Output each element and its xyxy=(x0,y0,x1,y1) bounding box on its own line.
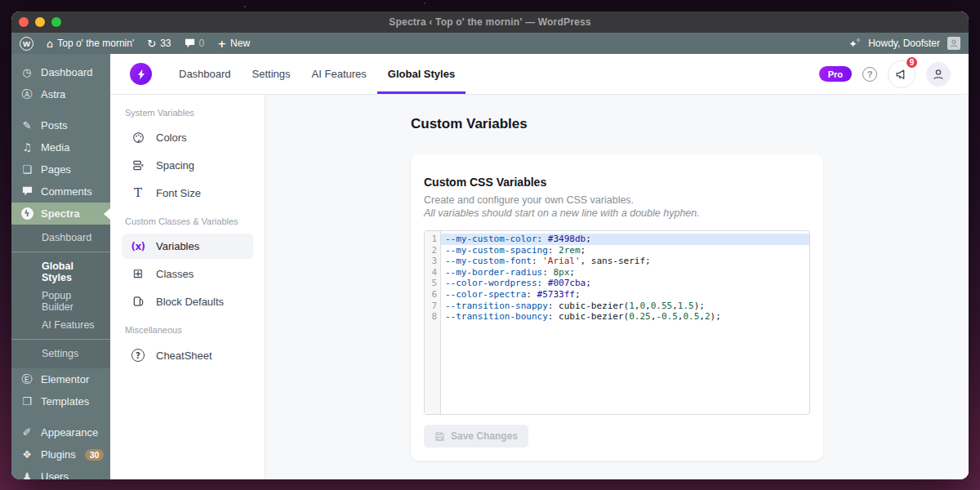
ai-sparkles-icon[interactable]: ✦✧ xyxy=(849,37,861,50)
submenu-item-settings[interactable]: Settings xyxy=(11,345,110,363)
comments-count: 0 xyxy=(199,38,205,49)
card-title: Custom CSS Variables xyxy=(424,176,810,189)
nav-item-block-defaults[interactable]: Block Defaults xyxy=(122,289,253,314)
wp-admin-bar: W ⌂ Top o' the mornin' ↻ 33 0 + New ✦✧ H… xyxy=(11,33,969,54)
code-line: --color-spectra: #5733ff; xyxy=(441,289,809,301)
code-line: --color-wordpress: #007cba; xyxy=(441,278,809,289)
spectra-submenu: DashboardGlobal StylesPopup BuilderAI Fe… xyxy=(11,225,110,368)
sidebar-item-label: Pages xyxy=(41,163,71,176)
tab-settings[interactable]: Settings xyxy=(242,54,301,94)
cheatsheet-icon: ? xyxy=(130,349,146,362)
nav-item-classes[interactable]: ⊞Classes xyxy=(122,261,253,287)
nav-item-label: CheatSheet xyxy=(156,350,212,362)
nav-item-label: Spacing xyxy=(156,159,194,172)
font-size-icon: T xyxy=(130,187,146,199)
minimize-window-button[interactable] xyxy=(35,17,45,27)
sidebar-item-appearance[interactable]: ✐Appearance xyxy=(11,421,110,443)
sidebar-item-media[interactable]: ♫Media xyxy=(11,136,110,158)
sidebar-item-label: Appearance xyxy=(41,426,98,439)
submenu-item-dashboard[interactable]: Dashboard xyxy=(11,229,110,247)
posts-icon: ✎ xyxy=(20,120,34,131)
sidebar-item-label: Plugins xyxy=(41,448,76,461)
line-number: 5 xyxy=(425,278,437,289)
code-line: --my-custom-font: 'Arial', sans-serif; xyxy=(441,256,809,267)
nav-item-spacing[interactable]: Spacing xyxy=(122,153,253,178)
line-number: 4 xyxy=(425,267,437,278)
nav-item-cheatsheet[interactable]: ?CheatSheet xyxy=(122,342,253,368)
editor-code-pane[interactable]: --my-custom-color: #3498db;--my-custom-s… xyxy=(441,231,809,414)
comments-menu[interactable]: 0 xyxy=(185,38,205,49)
plugins-icon: ❖ xyxy=(20,449,34,460)
sidebar-item-astra[interactable]: ⒶAstra xyxy=(11,83,110,105)
submenu-divider xyxy=(11,339,110,340)
avatar[interactable] xyxy=(947,37,960,50)
sidebar-item-label: Elementor xyxy=(41,373,89,385)
updates-icon: ↻ xyxy=(147,38,156,49)
submenu-item-popup-builder[interactable]: Popup Builder xyxy=(11,287,110,316)
help-icon[interactable]: ? xyxy=(862,67,877,82)
titlebar: Spectra ‹ Top o' the mornin' — WordPress xyxy=(11,11,969,33)
submenu-item-global-styles[interactable]: Global Styles xyxy=(11,257,110,287)
css-code-editor[interactable]: 12345678 --my-custom-color: #3498db;--my… xyxy=(424,230,810,415)
sidebar-item-spectra[interactable]: ϟSpectra xyxy=(11,203,110,225)
spectra-icon: ϟ xyxy=(20,207,34,220)
line-number: 2 xyxy=(425,245,437,256)
notifications-button[interactable]: 9 xyxy=(888,60,915,88)
plugins-count-badge: 30 xyxy=(85,449,105,461)
code-line: --my-custom-color: #3498db; xyxy=(441,234,809,245)
window-title: Spectra ‹ Top o' the mornin' — WordPress xyxy=(389,16,590,28)
nav-item-label: Block Defaults xyxy=(156,296,224,308)
updates-menu[interactable]: ↻ 33 xyxy=(147,38,171,49)
user-icon xyxy=(932,68,945,81)
block-defaults-icon xyxy=(130,296,146,308)
submenu-item-ai-features[interactable]: AI Features xyxy=(11,316,110,334)
howdy-account-menu[interactable]: Howdy, Doofster xyxy=(868,38,940,49)
wp-logo-menu[interactable]: W xyxy=(20,37,33,51)
code-line: --transition-bouncy: cubic-bezier(0.25,-… xyxy=(441,311,809,323)
line-number: 8 xyxy=(425,311,437,323)
wp-admin-sidebar: ◷DashboardⒶAstra✎Posts♫Media❏PagesCommen… xyxy=(11,54,110,479)
nav-item-label: Classes xyxy=(156,268,194,280)
zoom-window-button[interactable] xyxy=(51,17,61,27)
nav-item-label: Font Size xyxy=(156,187,201,199)
tab-dashboard[interactable]: Dashboard xyxy=(168,54,242,94)
sidebar-item-templates[interactable]: ❒Templates xyxy=(11,390,110,412)
sidebar-item-dashboard[interactable]: ◷Dashboard xyxy=(11,61,110,83)
line-number: 3 xyxy=(425,256,437,267)
templates-icon: ❒ xyxy=(20,396,34,407)
line-number: 6 xyxy=(425,289,437,301)
nav-item-font-size[interactable]: TFont Size xyxy=(122,180,253,206)
code-line: --my-border-radius: 8px; xyxy=(441,267,809,278)
card-note: All variables should start on a new line… xyxy=(424,207,810,219)
new-content-menu[interactable]: + New xyxy=(217,38,250,49)
spectra-logo-icon[interactable] xyxy=(130,63,152,85)
tab-ai-features[interactable]: AI Features xyxy=(301,54,377,94)
users-icon: ♟ xyxy=(20,471,34,479)
nav-item-label: Variables xyxy=(156,240,199,252)
comments-bubble-icon xyxy=(185,38,195,48)
nav-item-label: Colors xyxy=(156,131,187,144)
dashboard-icon: ◷ xyxy=(20,67,34,78)
account-button[interactable] xyxy=(926,62,951,87)
sidebar-item-label: Posts xyxy=(41,119,68,131)
sidebar-item-plugins[interactable]: ❖Plugins30 xyxy=(11,443,110,466)
wordpress-logo-icon: W xyxy=(20,37,33,51)
sidebar-item-posts[interactable]: ✎Posts xyxy=(11,114,110,136)
card-description: Create and configure your own CSS variab… xyxy=(424,194,810,206)
spacing-icon xyxy=(130,159,146,172)
sidebar-item-elementor[interactable]: ⒺElementor xyxy=(11,368,110,390)
site-name-menu[interactable]: ⌂ Top o' the mornin' xyxy=(47,38,134,49)
submenu-divider xyxy=(11,252,110,252)
tab-global-styles[interactable]: Global Styles xyxy=(377,54,466,94)
sidebar-item-users[interactable]: ♟Users xyxy=(11,466,110,479)
nav-item-colors[interactable]: Colors xyxy=(122,125,253,150)
close-window-button[interactable] xyxy=(19,17,29,27)
section-label-system-variables: System Variables xyxy=(125,108,253,118)
variables-icon: (x) xyxy=(130,241,146,252)
save-changes-button[interactable]: Save Changes xyxy=(424,425,528,448)
sidebar-item-comments[interactable]: Comments xyxy=(11,180,110,203)
nav-item-variables[interactable]: (x)Variables xyxy=(122,234,253,259)
astra-icon: Ⓐ xyxy=(20,89,34,100)
sidebar-item-pages[interactable]: ❏Pages xyxy=(11,158,110,180)
content-area: Custom Variables Custom CSS Variables Cr… xyxy=(265,95,969,479)
